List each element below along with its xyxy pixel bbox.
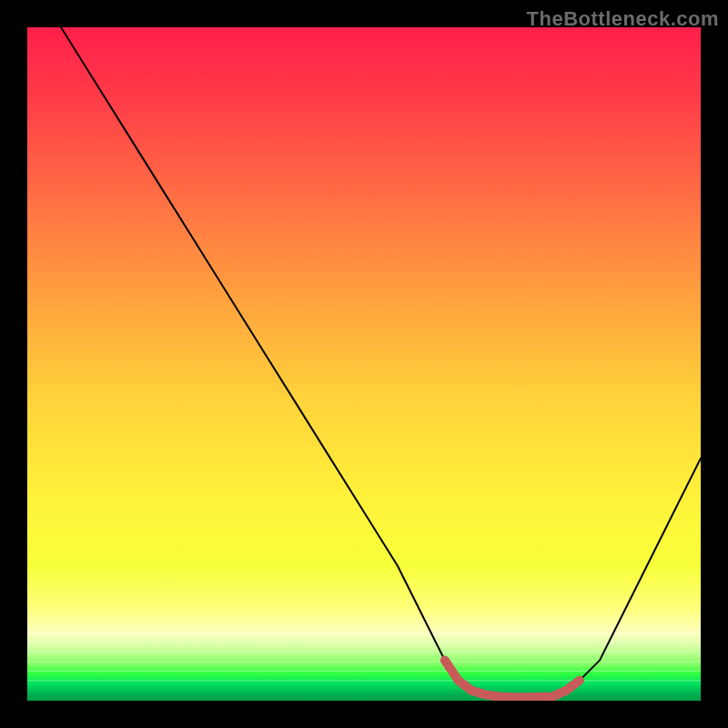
chart-stage: TheBottleneck.com xyxy=(0,0,728,728)
bottleneck-curve-chart xyxy=(0,0,728,728)
